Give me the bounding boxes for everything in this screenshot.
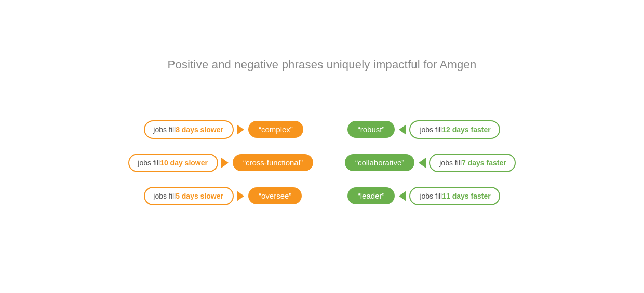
stat-prefix-2: jobs fill bbox=[138, 159, 160, 167]
negative-stat-pill-1: jobs fill 8 days slower bbox=[144, 120, 234, 139]
positive-arrow-2 bbox=[419, 158, 426, 168]
keyword-badge-negative-3: “oversee” bbox=[248, 187, 302, 204]
negative-stat-pill-2: jobs fill 10 day slower bbox=[128, 154, 218, 172]
negative-arrow-3 bbox=[237, 191, 244, 201]
positive-stat-pill-2: jobs fill 7 days faster bbox=[429, 154, 515, 172]
positive-row-3: “leader” jobs fill 11 days faster bbox=[347, 187, 500, 205]
keyword-badge-negative-1: “complex” bbox=[248, 121, 303, 138]
stat-prefix: jobs fill bbox=[153, 125, 176, 134]
stat-number-2: 10 day slower bbox=[160, 159, 208, 167]
keyword-badge-positive-3: “leader” bbox=[347, 187, 395, 204]
page-title: Positive and negative phrases uniquely i… bbox=[168, 58, 477, 72]
pos-prefix-1: jobs fill bbox=[420, 125, 442, 134]
negative-side: jobs fill 8 days slower “complex” jobs f… bbox=[128, 120, 313, 205]
pos-prefix-2: jobs fill bbox=[439, 159, 462, 167]
keyword-badge-positive-2: “collaborative” bbox=[345, 154, 414, 171]
stat-number: 8 days slower bbox=[176, 125, 223, 134]
positive-side: “robust” jobs fill 12 days faster “colla… bbox=[345, 120, 516, 205]
positive-stat-pill-1: jobs fill 12 days faster bbox=[409, 120, 500, 139]
keyword-badge-negative-2: “cross-functional” bbox=[233, 154, 313, 171]
stat-number-3: 5 days slower bbox=[176, 192, 223, 200]
positive-arrow-3 bbox=[399, 191, 406, 201]
main-content: jobs fill 8 days slower “complex” jobs f… bbox=[0, 90, 644, 235]
center-divider bbox=[329, 90, 329, 235]
positive-row-1: “robust” jobs fill 12 days faster bbox=[347, 120, 500, 139]
pos-number-1: 12 days faster bbox=[442, 125, 490, 134]
stat-prefix-3: jobs fill bbox=[153, 192, 176, 200]
negative-arrow-1 bbox=[237, 124, 244, 135]
pos-prefix-3: jobs fill bbox=[420, 192, 442, 200]
positive-row-2: “collaborative” jobs fill 7 days faster bbox=[345, 154, 516, 172]
negative-row-3: jobs fill 5 days slower “oversee” bbox=[144, 187, 302, 205]
pos-number-3: 11 days faster bbox=[442, 192, 490, 200]
negative-row-1: jobs fill 8 days slower “complex” bbox=[144, 120, 303, 139]
positive-stat-pill-3: jobs fill 11 days faster bbox=[409, 187, 500, 205]
negative-arrow-2 bbox=[221, 158, 229, 168]
positive-arrow-1 bbox=[399, 124, 406, 135]
pos-number-2: 7 days faster bbox=[462, 159, 506, 167]
keyword-badge-positive-1: “robust” bbox=[347, 121, 395, 138]
negative-stat-pill-3: jobs fill 5 days slower bbox=[144, 187, 234, 205]
negative-row-2: jobs fill 10 day slower “cross-functiona… bbox=[128, 154, 313, 172]
